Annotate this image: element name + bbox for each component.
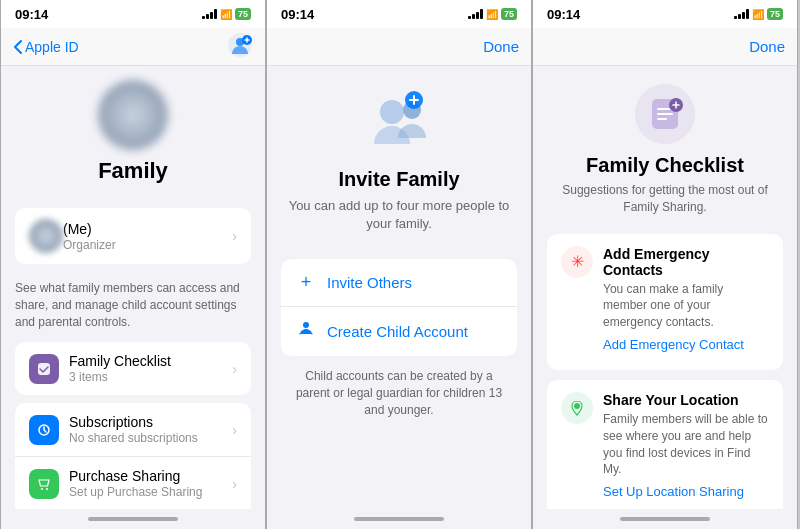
checklist-items: ✳ Add Emergency Contacts You can make a … [547,234,783,509]
purchase-icon-badge [29,469,59,499]
nav-bar-3: Done [533,28,797,66]
purchase-row[interactable]: Purchase Sharing Set up Purchase Sharing… [15,457,251,509]
create-child-option[interactable]: Create Child Account [281,307,517,356]
home-indicator-3 [533,509,797,529]
checklist-icon-wrap [635,84,695,144]
create-child-label: Create Child Account [327,323,468,340]
status-bar-3: 09:14 📶 75 [533,0,797,28]
checklist-row[interactable]: Family Checklist 3 items › [15,342,251,395]
subscriptions-sub: No shared subscriptions [69,431,226,445]
purchase-sub: Set up Purchase Sharing [69,485,226,499]
invite-title: Invite Family [338,168,459,191]
invite-others-option[interactable]: + Invite Others [281,259,517,307]
subscriptions-icon-badge [29,415,59,445]
status-bar-2: 09:14 📶 75 [267,0,531,28]
battery-1: 75 [235,8,251,20]
invite-options: + Invite Others Create Child Account [281,259,517,356]
purchase-label: Purchase Sharing [69,468,226,484]
screen3-content: Family Checklist Suggestions for getting… [533,66,797,509]
member-card: (Me) Organizer › [15,208,251,264]
location-card-title: Share Your Location [603,392,769,408]
family-title: Family [98,158,168,184]
checklist-info: Family Checklist 3 items [69,353,226,384]
emergency-title: Add Emergency Contacts [603,246,769,278]
subscriptions-row[interactable]: Subscriptions No shared subscriptions › [15,403,251,457]
chevron-left-icon [13,39,23,55]
status-icons-3: 📶 75 [734,8,783,20]
status-icons-1: 📶 75 [202,8,251,20]
done-button-2[interactable]: Done [483,38,519,55]
family-icon-nav[interactable] [227,32,253,62]
invite-family-icon [364,88,434,158]
wifi-icon-1: 📶 [220,9,232,20]
back-label-1: Apple ID [25,39,79,55]
checklist-count: 3 items [69,370,226,384]
signal-icon-2 [468,9,483,19]
family-header: Family [1,66,265,200]
family-description: See what family members can access and s… [1,272,265,334]
purchase-info: Purchase Sharing Set up Purchase Sharing [69,468,226,499]
time-2: 09:14 [281,7,314,22]
services-card: Subscriptions No shared subscriptions › … [15,403,251,509]
asterisk-icon: ✳ [571,252,584,271]
invite-icon-wrap [364,88,434,158]
member-avatar [29,219,63,253]
person-badge-icon [227,32,253,58]
phone-2: 09:14 📶 75 Done [266,0,532,529]
location-card-header: Share Your Location Family members will … [561,392,769,499]
emergency-card: ✳ Add Emergency Contacts You can make a … [547,234,783,370]
phone-1: 09:14 📶 75 Apple ID [0,0,266,529]
checklist-header: Family Checklist Suggestions for getting… [533,66,797,228]
svg-point-11 [303,322,309,328]
subscriptions-info: Subscriptions No shared subscriptions [69,414,226,445]
signal-icon-3 [734,9,749,19]
home-bar-1 [88,517,178,521]
home-bar-3 [620,517,710,521]
checklist-icon [36,361,52,377]
done-button-3[interactable]: Done [749,38,785,55]
emergency-action[interactable]: Add Emergency Contact [603,337,769,352]
location-action[interactable]: Set Up Location Sharing [603,484,769,499]
subscriptions-chevron: › [232,422,237,438]
back-button-1[interactable]: Apple ID [13,39,79,55]
invite-subtitle: You can add up to four more people to yo… [287,197,511,233]
checklist-icon-badge [29,354,59,384]
battery-3: 75 [767,8,783,20]
home-indicator-2 [267,509,531,529]
svg-point-5 [41,488,43,490]
member-name: (Me) [63,221,226,237]
child-figure-icon [297,320,315,338]
battery-2: 75 [501,8,517,20]
emergency-desc: You can make a family member one of your… [603,281,769,331]
child-icon [295,320,317,343]
home-indicator-1 [1,509,265,529]
member-chevron: › [232,228,237,244]
svg-point-8 [380,100,404,124]
member-role: Organizer [63,238,226,252]
subscriptions-label: Subscriptions [69,414,226,430]
location-card: Share Your Location Family members will … [547,380,783,509]
checklist-card-row: Family Checklist 3 items › [15,342,251,395]
checklist-chevron: › [232,361,237,377]
phone-3: 09:14 📶 75 Done Family Checklist [532,0,798,529]
signal-icon-1 [202,9,217,19]
time-3: 09:14 [547,7,580,22]
svg-point-14 [574,403,580,409]
screen2-content: Invite Family You can add up to four mor… [267,66,531,509]
location-card-content: Share Your Location Family members will … [603,392,769,499]
nav-bar-2: Done [267,28,531,66]
time-1: 09:14 [15,7,48,22]
home-bar-2 [354,517,444,521]
emergency-icon: ✳ [561,246,593,278]
location-card-desc: Family members will be able to see where… [603,411,769,478]
screen1-content: Family (Me) Organizer › See what family … [1,66,265,509]
invite-header: Invite Family You can add up to four mor… [267,66,531,249]
member-row[interactable]: (Me) Organizer › [15,208,251,264]
checklist-screen-title: Family Checklist [586,154,744,177]
emergency-header: ✳ Add Emergency Contacts You can make a … [561,246,769,352]
wifi-icon-2: 📶 [486,9,498,20]
wifi-icon-3: 📶 [752,9,764,20]
nav-bar-1: Apple ID [1,28,265,66]
svg-point-6 [46,488,48,490]
checklist-screen-subtitle: Suggestions for getting the most out of … [553,182,777,216]
